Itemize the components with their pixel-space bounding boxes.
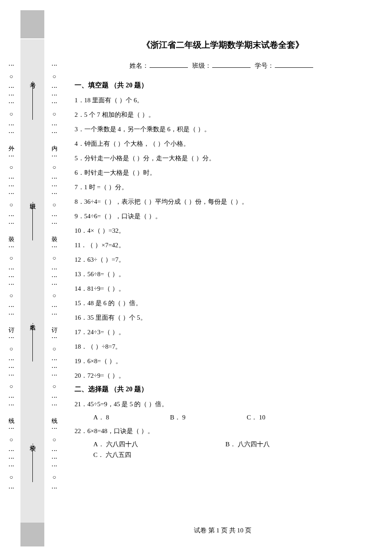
q4: 4．钟面上有（ ）个大格，（ ）个小格。 [75,139,371,149]
q13: 13．56÷8=（ ）。 [75,269,371,279]
q22-choice-b: B． 八六四十八 [225,440,357,448]
student-info-sidebar: 考号： 班级： 姓名： 学校： [24,39,41,523]
info-school-line [32,448,33,482]
binding-strip-bot [20,523,44,546]
info-name-line [32,327,33,361]
q6: 6．时针走一大格是（ ）时。 [75,168,371,178]
binding-inner-column: ⋮ ○ ⋮⋮⋮ ○ ⋮⋮ 内 ⋮⋮ ○ ⋮⋮⋮ ○ ⋮⋮ 装 ⋮⋮ ○ ⋮⋮⋮ … [45,0,63,555]
q22-choice-c: C． 六八五四 [93,451,225,459]
q5: 5．分针走一小格是（ ）分，走一大格是（ ）分。 [75,153,371,163]
info-examno: 考号： [29,78,36,121]
q21-choice-c: C． 10 [247,413,323,422]
binding-inner-text: ⋮ ○ ⋮⋮⋮ ○ ⋮⋮ 内 ⋮⋮ ○ ⋮⋮⋮ ○ ⋮⋮ 装 ⋮⋮ ○ ⋮⋮⋮ … [51,62,57,493]
binding-outer-column: ⋮ ○ ⋮⋮⋮ ○ ⋮⋮ 外 ⋮⋮ ○ ⋮⋮⋮ ○ ⋮⋮ 装 ⋮⋮ ○ ⋮⋮⋮ … [2,0,20,555]
q22-choices: A． 六八四十八 B． 八六四十八 C． 六八五四 [93,440,371,459]
q21-choices: A． 8 B． 9 C． 10 [93,413,371,422]
binding-outer-text: ⋮ ○ ⋮⋮⋮ ○ ⋮⋮ 外 ⋮⋮ ○ ⋮⋮⋮ ○ ⋮⋮ 装 ⋮⋮ ○ ⋮⋮⋮ … [8,62,14,493]
q22-choice-a: A． 六八四十八 [93,440,225,448]
q11: 11．（ ）×7=42。 [75,240,371,250]
q21-choice-b: B． 9 [170,413,247,422]
section1-head: 一、填空题 （共 20 题） [75,81,371,90]
q17: 17．24÷3=（ ）。 [75,327,371,337]
info-name: 姓名： [29,320,36,363]
document-title: 《浙江省二年级上学期数学期末试卷全套》 [75,39,371,51]
q21-choice-a: A． 8 [93,413,170,422]
meta-name-blank [150,67,188,68]
q1: 1．18 里面有（ ）个 6。 [75,95,371,105]
q9: 9．54÷6=（ ），口诀是（ ）。 [75,211,371,221]
q8: 8．36÷4=（ ），表示把（ ）平均分成（ ）份，每份是（ ）。 [75,197,371,207]
q14: 14．81÷9=（ ）。 [75,283,371,294]
q20: 20．72÷9=（ ）。 [75,370,371,381]
meta-name-label: 姓名： [130,62,149,69]
q7: 7．1 时 =（ ）分。 [75,182,371,192]
page-footer: 试卷 第 1 页 共 10 页 [75,526,371,535]
q22-stem: 22．6×8=48，口诀是（ ）。 [75,426,371,436]
meta-id-blank [275,67,313,68]
q12: 12．63÷（ ）=7。 [75,254,371,265]
meta-line: 姓名： 班级： 学号： [75,62,371,70]
info-class-label: 班级： [29,199,36,205]
q2: 2．5 个 7 相加的和是（ ）。 [75,110,371,120]
q16: 16．35 里面有（ ）个 5。 [75,312,371,323]
info-class: 班级： [29,199,36,242]
info-class-line [32,206,33,240]
info-examno-line [32,86,33,120]
q3: 3．一个乘数是 4，另一个乘数是 6，积是（ ）。 [75,124,371,134]
meta-class-blank [212,67,251,68]
q19: 19．6×8=（ ）。 [75,356,371,366]
info-school-label: 学校： [29,440,36,446]
main-content: 《浙江省二年级上学期数学期末试卷全套》 姓名： 班级： 学号： 一、填空题 （共… [75,39,371,462]
meta-id-label: 学号： [255,62,274,69]
info-examno-label: 考号： [29,78,36,84]
meta-class-label: 班级： [192,62,211,69]
q18: 18．（ ）÷8=7。 [75,341,371,352]
info-school: 学校： [29,440,36,484]
binding-strip-top [20,10,44,38]
q21-stem: 21．45÷5=9，45 是 5 的（ ）倍。 [75,399,371,409]
section2-head: 二、选择题 （共 20 题） [75,385,371,394]
q15: 15．48 是 6 的（ ）倍。 [75,298,371,308]
info-name-label: 姓名： [29,320,36,326]
q10: 10．4×（ ）=32。 [75,225,371,236]
